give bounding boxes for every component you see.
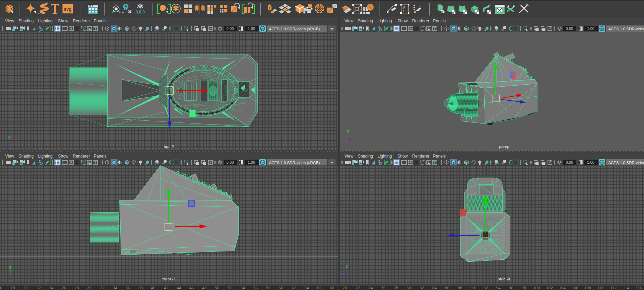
svg-text:0.00: 0.00 — [566, 26, 573, 31]
svg-text:ON: ON — [600, 161, 604, 164]
svg-text:1.00: 1.00 — [587, 26, 594, 31]
svg-text:y: y — [8, 136, 10, 139]
svg-text:svg: svg — [64, 7, 71, 12]
svg-text:0,0,0: 0,0,0 — [136, 10, 145, 14]
svg-text:ACES 1.0 SDR-video (sRGB): ACES 1.0 SDR-video (sRGB) — [608, 161, 644, 165]
svg-text:ACES 1.0 SDR-video (sRGB): ACES 1.0 SDR-video (sRGB) — [608, 27, 644, 31]
svg-text:1.00: 1.00 — [587, 160, 594, 164]
svg-text:0.00: 0.00 — [566, 160, 573, 164]
svg-text:y: y — [347, 129, 349, 133]
svg-text:0.00: 0.00 — [226, 26, 234, 31]
svg-text:ACES 1.0 SDR-video (sRGB): ACES 1.0 SDR-video (sRGB) — [269, 27, 320, 31]
svg-text:ON: ON — [600, 28, 604, 30]
svg-text:0.00: 0.00 — [226, 160, 234, 164]
svg-text:ACES 1.0 SDR-video (sRGB): ACES 1.0 SDR-video (sRGB) — [269, 161, 320, 165]
svg-text:ON: ON — [261, 28, 264, 30]
svg-text:y: y — [9, 265, 11, 269]
svg-text:z: z — [353, 137, 354, 140]
svg-text:x: x — [16, 138, 18, 141]
svg-text:z: z — [8, 144, 9, 148]
svg-text:y: y — [346, 264, 348, 268]
svg-text:1.00: 1.00 — [248, 160, 255, 164]
svg-text:1.00: 1.00 — [248, 26, 255, 31]
svg-text:ON: ON — [261, 161, 264, 164]
